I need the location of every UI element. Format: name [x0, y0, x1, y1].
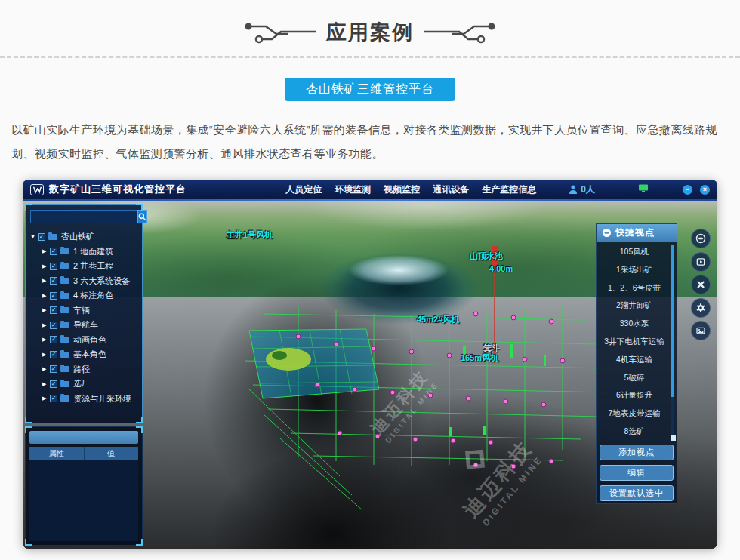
viewpoint-item[interactable]: 4机车运输	[600, 351, 669, 369]
tools-button[interactable]	[691, 275, 711, 294]
folder-icon	[60, 322, 69, 328]
layer-tree-panel: ▼ ✓ 杏山铁矿 ▶✓1 地面建筑 ▶✓2 井巷工程 ▶✓3 六大系统设备 ▶✓…	[25, 204, 143, 423]
checkbox[interactable]: ✓	[38, 233, 45, 241]
quick-viewpoints-header[interactable]: 快捷视点	[597, 224, 677, 242]
online-count-label: 0人	[581, 183, 595, 196]
tree-item[interactable]: ▶✓资源与开采环境	[30, 392, 137, 407]
folder-icon	[60, 263, 69, 269]
folder-icon	[60, 278, 69, 284]
property-panel-titlebar	[29, 431, 138, 444]
scene-label-fan-45: 45m2#风机	[417, 314, 459, 325]
close-button[interactable]: ×	[700, 185, 710, 195]
app-window: 数字矿山三维可视化管控平台 人员定位 环境监测 视频监控 通讯设备 生产监控信息…	[23, 180, 717, 549]
chevron-right-icon[interactable]: ▶	[42, 381, 50, 387]
folder-icon	[60, 352, 69, 358]
titlebar-nav: 人员定位 环境监测 视频监控 通讯设备 生产监控信息 0人 − ×	[285, 183, 710, 196]
quick-viewpoints-panel: 快捷视点 105风机 1采场出矿 1、2、6号皮带 2溜井卸矿 330水泵 3井…	[596, 223, 677, 504]
search-input[interactable]	[30, 210, 137, 223]
gear-icon	[695, 303, 706, 313]
search-button[interactable]	[137, 210, 147, 223]
platform-badge-button[interactable]: 杏山铁矿三维管控平台	[285, 78, 455, 101]
edit-viewpoint-button[interactable]: 编辑	[600, 465, 674, 481]
chevron-right-icon[interactable]: ▶	[42, 293, 50, 299]
checkbox[interactable]: ✓	[50, 277, 57, 285]
viewpoint-icon	[602, 228, 612, 238]
tree-item[interactable]: ▶✓动画角色	[30, 333, 137, 348]
settings-button[interactable]	[691, 298, 711, 318]
tree-item[interactable]: ▶✓基本角色	[30, 347, 137, 362]
tree-item[interactable]: ▶✓路径	[30, 362, 137, 377]
viewpoint-item[interactable]: 105风机	[600, 243, 669, 261]
tree-item[interactable]: ▶✓选厂	[30, 377, 137, 392]
tree-item[interactable]: ▶✓1 地面建筑	[30, 245, 137, 260]
viewpoint-scrollbar[interactable]	[671, 245, 674, 435]
minimize-button[interactable]: −	[683, 185, 692, 195]
scene-viewport[interactable]: 主井1号风机 山顶水池 4.00m 45m2#风机 箕斗 165m风机 迪迈科技…	[23, 201, 717, 549]
tree-item-root[interactable]: ▼ ✓ 杏山铁矿	[30, 229, 137, 245]
folder-icon	[60, 381, 69, 387]
property-panel: 属性 值	[25, 426, 143, 546]
tree-item[interactable]: ▶✓导航车	[30, 318, 137, 333]
viewpoint-item[interactable]: 3井下电机车运输	[600, 333, 669, 351]
checkbox[interactable]: ✓	[50, 336, 57, 343]
checkbox[interactable]: ✓	[50, 365, 57, 373]
checkbox[interactable]: ✓	[50, 380, 57, 388]
video-play-button[interactable]	[691, 252, 711, 272]
viewpoint-item[interactable]: 8选矿	[600, 423, 669, 441]
watermark-diamond-icon	[465, 450, 485, 469]
checkbox[interactable]: ✓	[50, 395, 57, 402]
tree-item-label: 路径	[73, 364, 90, 375]
nav-video-monitor[interactable]: 视频监控	[384, 183, 420, 196]
snapshot-button[interactable]	[691, 321, 711, 340]
description-text: 以矿山实际生产环境为基础场景，集成“安全避险六大系统”所需的装备信息，对接各类监…	[11, 118, 729, 166]
chevron-right-icon[interactable]: ▶	[42, 278, 50, 284]
scrollbar-end-cap	[671, 435, 676, 441]
checkbox[interactable]: ✓	[50, 351, 57, 358]
chevron-right-icon[interactable]: ▶	[42, 307, 50, 313]
image-icon	[695, 325, 706, 336]
checkbox[interactable]: ✓	[50, 248, 57, 255]
chevron-down-icon[interactable]: ▼	[30, 234, 38, 239]
add-viewpoint-button[interactable]: 添加视点	[600, 445, 674, 460]
folder-icon	[60, 248, 69, 254]
checkbox[interactable]: ✓	[50, 263, 57, 270]
tree-item[interactable]: ▶✓3 六大系统设备	[30, 274, 137, 289]
folder-icon	[48, 234, 57, 240]
nav-production-monitor-info[interactable]: 生产监控信息	[482, 183, 536, 196]
checkbox[interactable]: ✓	[50, 322, 57, 329]
tree-item[interactable]: ▶✓车辆	[30, 303, 137, 318]
nav-environment-monitor[interactable]: 环境监测	[335, 183, 371, 196]
viewpoint-item[interactable]: 2溜井卸矿	[600, 297, 669, 315]
chevron-right-icon[interactable]: ▶	[42, 248, 50, 254]
tree-item[interactable]: ▶✓4 标注角色	[30, 288, 137, 303]
chevron-right-icon[interactable]: ▶	[42, 366, 50, 372]
dashed-divider	[0, 56, 740, 58]
chevron-right-icon[interactable]: ▶	[42, 395, 50, 402]
chevron-right-icon[interactable]: ▶	[42, 337, 50, 343]
viewpoint-item[interactable]: 6计量提升	[600, 387, 669, 405]
chevron-right-icon[interactable]: ▶	[42, 352, 50, 358]
viewpoint-item[interactable]: 330水泵	[600, 315, 669, 333]
viewport-tool-column	[691, 229, 711, 340]
viewpoint-item[interactable]: 1采场出矿	[600, 261, 669, 279]
record-view-button[interactable]	[691, 229, 711, 248]
checkbox[interactable]: ✓	[50, 292, 57, 300]
monitor-icon[interactable]	[638, 183, 649, 196]
property-col-value: 值	[85, 447, 139, 460]
viewpoint-item[interactable]: 5破碎	[600, 369, 669, 387]
chevron-right-icon[interactable]: ▶	[42, 322, 50, 328]
checkbox[interactable]: ✓	[50, 306, 57, 314]
viewpoint-item[interactable]: 1、2、6号皮带	[600, 279, 669, 297]
property-table-header: 属性 值	[29, 447, 138, 460]
set-default-button[interactable]: 设置默认选中	[600, 485, 674, 501]
nav-personnel-location[interactable]: 人员定位	[285, 183, 322, 196]
circuit-decoration-left-icon	[243, 21, 316, 44]
tree-item[interactable]: ▶✓2 井巷工程	[30, 259, 137, 274]
scene-label-pool-value: 4.00m	[489, 264, 513, 273]
tools-icon	[695, 279, 706, 290]
property-col-attr: 属性	[29, 447, 85, 460]
scrollbar-thumb[interactable]	[671, 245, 674, 397]
chevron-right-icon[interactable]: ▶	[42, 263, 50, 269]
viewpoint-item[interactable]: 7地表皮带运输	[600, 405, 669, 423]
nav-communication-devices[interactable]: 通讯设备	[433, 183, 469, 196]
